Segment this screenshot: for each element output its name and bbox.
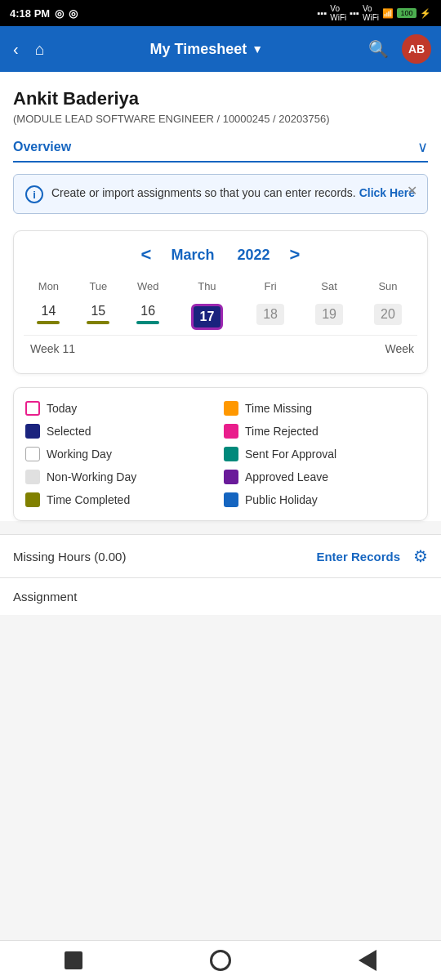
legend-approval-box (224, 447, 238, 461)
legend-approval-label: Sent For Approval (245, 448, 336, 461)
legend-selected-label: Selected (47, 425, 91, 438)
legend-today: Today (25, 401, 217, 416)
calendar-grid: Mon Tue Wed Thu Fri Sat Sun 14 (24, 277, 417, 360)
nav-home-button[interactable] (209, 949, 232, 972)
legend-holiday-label: Public Holiday (245, 493, 318, 506)
battery-icon: 100 (397, 8, 416, 18)
weekday-tue: Tue (74, 277, 123, 299)
close-banner-button[interactable]: ✕ (407, 183, 417, 198)
legend-today-box (25, 401, 40, 416)
calendar-next-button[interactable]: > (287, 244, 304, 265)
legend-time-missing: Time Missing (224, 401, 416, 416)
info-icon: i (25, 185, 43, 203)
legend-nonworking-label: Non-Working Day (47, 470, 136, 483)
legend-today-label: Today (47, 402, 77, 415)
legend-public-holiday: Public Holiday (224, 492, 416, 507)
legend-grid: Today Time Missing Selected Time Rejecte… (25, 401, 416, 507)
weekday-sun: Sun (359, 277, 417, 299)
assignment-bar: Assignment (0, 577, 441, 615)
calendar-card: < March 2022 > Mon Tue Wed Thu Fri Sat S… (13, 230, 428, 374)
calendar-header: < March 2022 > (24, 244, 417, 265)
calendar-month: March (171, 247, 214, 264)
calendar-day-19[interactable]: 19 (300, 299, 359, 336)
legend-working-label: Working Day (47, 448, 112, 461)
missing-hours-label: Missing Hours (0.00) (13, 550, 310, 564)
legend-working-box (25, 447, 40, 461)
calendar-week-row: 14 15 (24, 299, 417, 336)
legend-completed-box (25, 492, 40, 507)
main-content: Ankit Baderiya (MODULE LEAD SOFTWARE ENG… (0, 72, 441, 521)
legend-rejected-box (224, 424, 238, 439)
legend-selected: Selected (25, 424, 217, 439)
weekday-sat: Sat (300, 277, 359, 299)
dropdown-icon[interactable]: ▼ (252, 42, 263, 56)
legend-card: Today Time Missing Selected Time Rejecte… (13, 387, 428, 521)
weekday-fri: Fri (241, 277, 300, 299)
chevron-down-icon: ∨ (417, 138, 428, 156)
info-banner: i Create or import assignments so that y… (13, 174, 428, 214)
vo-wifi-icon: VoWiFi (330, 4, 346, 22)
legend-rejected-label: Time Rejected (245, 425, 318, 438)
calendar-weekday-row: Mon Tue Wed Thu Fri Sat Sun (24, 277, 417, 299)
app-bar-title: My Timesheet (150, 41, 247, 58)
banner-text: Create or import assignments so that you… (51, 185, 415, 202)
app-bar: ‹ ⌂ My Timesheet ▼ 🔍 AB (0, 26, 441, 72)
signal-icon2: ▪▪▪ (350, 8, 359, 18)
calendar-day-20[interactable]: 20 (359, 299, 417, 336)
gear-icon[interactable]: ⚙ (413, 546, 428, 566)
legend-non-working: Non-Working Day (25, 470, 217, 484)
assignment-label: Assignment (13, 590, 77, 604)
avatar[interactable]: AB (402, 34, 431, 64)
back-button[interactable]: ‹ (10, 37, 22, 62)
week-label: Week (241, 336, 417, 361)
signal-icon: ▪▪▪ (318, 8, 327, 18)
calendar-day-18[interactable]: 18 (241, 299, 300, 336)
legend-leave-label: Approved Leave (245, 470, 328, 483)
enter-records-link[interactable]: Enter Records (316, 550, 400, 564)
status-time: 4:18 PM (10, 7, 50, 20)
nav-back-button[interactable] (356, 949, 379, 972)
overview-label: Overview (13, 140, 71, 154)
legend-leave-box (224, 470, 238, 484)
weekday-mon: Mon (24, 277, 74, 299)
week11-label: Week 11 (24, 336, 241, 361)
overview-section[interactable]: Overview ∨ (13, 138, 428, 163)
vo-wifi-icon2: VoWiFi (363, 4, 379, 22)
wifi-icon: 📶 (382, 8, 394, 19)
calendar-day-15[interactable]: 15 (74, 299, 123, 336)
status-icon2: ◎ (69, 7, 78, 20)
legend-time-rejected: Time Rejected (224, 424, 416, 439)
user-name: Ankit Baderiya (13, 88, 428, 109)
calendar-day-16[interactable]: 16 (123, 299, 173, 336)
calendar-prev-button[interactable]: < (138, 244, 155, 265)
missing-hours-bar: Missing Hours (0.00) Enter Records ⚙ (0, 534, 441, 577)
nav-stop-button[interactable] (62, 949, 85, 972)
home-button[interactable]: ⌂ (32, 37, 48, 62)
calendar-day-17[interactable]: 17 (173, 299, 241, 336)
calendar-week-label-row: Week 11 Week (24, 336, 417, 361)
status-bar: 4:18 PM ◎ ◎ ▪▪▪ VoWiFi ▪▪▪ VoWiFi 📶 100 … (0, 0, 441, 26)
legend-missing-box (224, 401, 238, 416)
user-detail: (MODULE LEAD SOFTWARE ENGINEER / 1000024… (13, 113, 428, 125)
legend-holiday-box (224, 492, 238, 507)
legend-sent-for-approval: Sent For Approval (224, 447, 416, 461)
search-button[interactable]: 🔍 (365, 36, 392, 62)
bottom-nav (0, 940, 441, 980)
charging-icon: ⚡ (420, 8, 431, 19)
legend-working-day: Working Day (25, 447, 217, 461)
calendar-year: 2022 (237, 247, 270, 264)
weekday-wed: Wed (123, 277, 173, 299)
weekday-thu: Thu (173, 277, 241, 299)
legend-missing-label: Time Missing (245, 402, 312, 415)
status-right: ▪▪▪ VoWiFi ▪▪▪ VoWiFi 📶 100 ⚡ (318, 4, 431, 22)
legend-nonworking-box (25, 470, 40, 484)
calendar-day-14[interactable]: 14 (24, 299, 74, 336)
status-icon1: ◎ (55, 7, 64, 20)
legend-selected-box (25, 424, 40, 439)
legend-time-completed: Time Completed (25, 492, 217, 507)
legend-completed-label: Time Completed (47, 493, 130, 506)
legend-approved-leave: Approved Leave (224, 470, 416, 484)
